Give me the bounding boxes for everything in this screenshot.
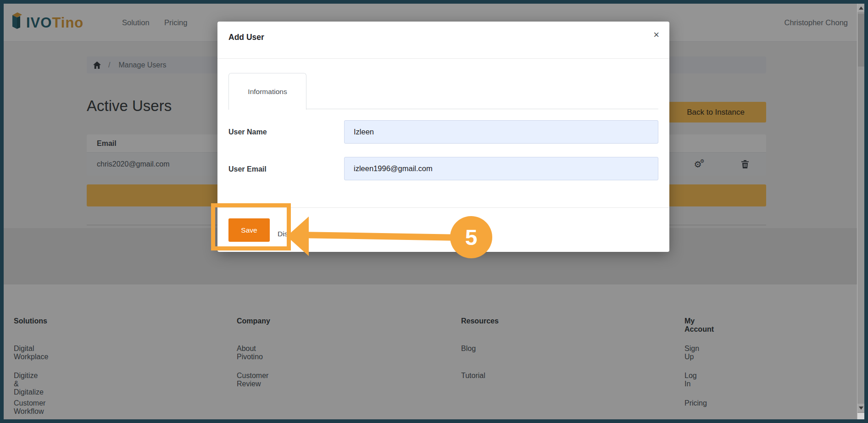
close-icon[interactable]: ×: [653, 30, 659, 40]
user-email-field[interactable]: izleen1996@gmail.com: [344, 157, 658, 180]
arrow-up-icon: [859, 6, 863, 10]
vertical-scrollbar[interactable]: [857, 4, 864, 419]
step-badge: 5: [450, 216, 492, 258]
scrollbar-thumb[interactable]: [858, 14, 864, 67]
annotation-arrowhead-icon: [287, 217, 309, 256]
highlight-box: [211, 203, 291, 250]
user-name-field[interactable]: Izleen: [344, 120, 658, 144]
user-name-value: Izleen: [354, 128, 374, 136]
step-number: 5: [465, 225, 478, 250]
modal-title: Add User: [228, 33, 264, 42]
app-window: IVOTino Solution Pricing Christopher Cho…: [0, 0, 868, 423]
scroll-up-button[interactable]: [857, 4, 865, 12]
modal-header-divider: [217, 58, 669, 59]
scrollbar-endcap: [857, 413, 865, 419]
scroll-down-button[interactable]: [857, 404, 865, 412]
arrow-down-icon: [859, 406, 863, 410]
tab-informations[interactable]: Informations: [228, 73, 306, 110]
user-name-label: User Name: [228, 128, 267, 136]
user-email-value: izleen1996@gmail.com: [354, 164, 433, 173]
user-email-label: User Email: [228, 165, 267, 173]
